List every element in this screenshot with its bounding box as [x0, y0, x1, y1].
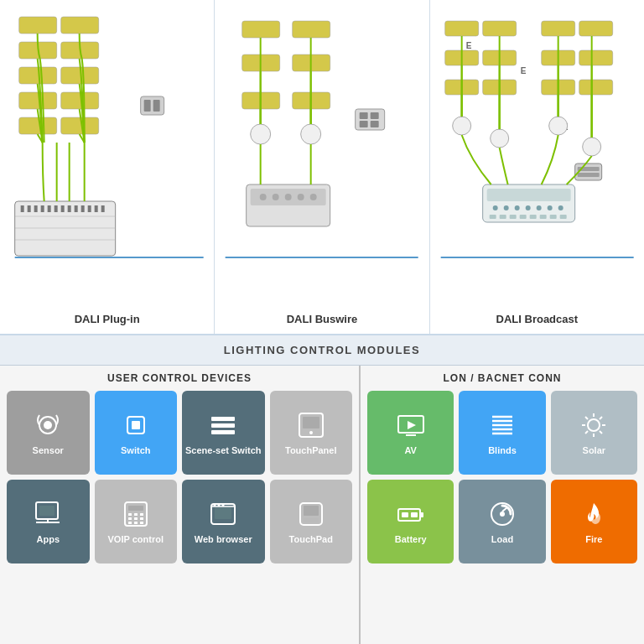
ucd-title: USER CONTROL DEVICES — [7, 372, 352, 384]
touchpad-icon — [296, 499, 326, 529]
fire-tile[interactable]: Fire — [551, 480, 637, 564]
voip-label: VOIP control — [108, 534, 164, 545]
svg-point-106 — [309, 431, 313, 434]
solar-label: Solar — [583, 445, 606, 456]
dali-plugin-label: DALI Plug-in — [75, 313, 140, 325]
svg-rect-58 — [482, 21, 516, 36]
lcm-banner: LIGHTING CONTROL MODULES — [0, 335, 644, 366]
svg-rect-29 — [101, 205, 105, 212]
svg-rect-102 — [211, 423, 235, 428]
svg-point-139 — [588, 419, 600, 431]
battery-icon — [396, 499, 426, 529]
voip-tile[interactable]: VOIP control — [95, 480, 178, 564]
svg-rect-91 — [519, 215, 526, 219]
svg-rect-9 — [61, 117, 99, 134]
switch-label: Switch — [121, 445, 150, 456]
svg-rect-92 — [529, 215, 536, 219]
svg-rect-88 — [489, 215, 496, 219]
svg-rect-123 — [215, 507, 231, 519]
sensor-tile[interactable]: Sensor — [7, 391, 90, 475]
svg-point-126 — [218, 504, 221, 506]
svg-rect-103 — [211, 430, 235, 434]
svg-point-81 — [492, 205, 497, 210]
lon-title: LON / BACNET CONN — [367, 372, 637, 384]
touchpad-label: TouchPad — [289, 534, 333, 545]
svg-rect-1 — [61, 17, 99, 34]
web-browser-tile[interactable]: Web browser — [182, 480, 265, 564]
svg-rect-7 — [61, 92, 99, 109]
fire-label: Fire — [585, 534, 602, 545]
svg-rect-112 — [128, 506, 143, 511]
svg-rect-63 — [541, 21, 574, 36]
lon-section: LON / BACNET CONN AV — [361, 366, 644, 644]
svg-point-69 — [452, 117, 470, 135]
svg-rect-108 — [39, 506, 55, 516]
svg-point-51 — [298, 194, 304, 200]
dali-broadcast-diagram: E E E — [439, 8, 636, 293]
load-label: Load — [491, 534, 513, 545]
svg-text:E: E — [465, 41, 471, 50]
svg-rect-11 — [144, 100, 151, 112]
web-browser-label: Web browser — [195, 534, 252, 545]
dali-buswire-diagram — [223, 8, 420, 293]
svg-line-145 — [600, 431, 602, 434]
svg-rect-31 — [242, 21, 280, 38]
svg-point-153 — [500, 512, 505, 517]
svg-line-144 — [585, 417, 588, 419]
battery-label: Battery — [395, 534, 427, 545]
svg-rect-113 — [128, 513, 132, 516]
svg-rect-22 — [55, 205, 58, 212]
svg-rect-17 — [21, 205, 24, 212]
svg-point-98 — [44, 421, 52, 429]
svg-rect-19 — [34, 205, 38, 212]
dali-broadcast-panel: E E E — [430, 0, 644, 334]
web-browser-icon — [208, 499, 238, 529]
av-tile[interactable]: AV — [367, 391, 454, 475]
svg-point-82 — [503, 205, 508, 210]
touchpad-tile[interactable]: TouchPad — [270, 480, 353, 564]
dali-broadcast-label: DALI Broadcast — [496, 313, 579, 325]
svg-rect-45 — [371, 121, 379, 127]
svg-point-50 — [285, 194, 292, 200]
svg-rect-42 — [360, 112, 368, 119]
sensor-label: Sensor — [33, 445, 64, 456]
svg-rect-95 — [559, 215, 566, 219]
svg-rect-114 — [134, 513, 138, 516]
solar-tile[interactable]: Solar — [551, 391, 637, 475]
svg-rect-100 — [132, 421, 140, 429]
battery-tile[interactable]: Battery — [367, 480, 454, 564]
svg-rect-101 — [211, 417, 235, 421]
svg-rect-68 — [579, 80, 612, 95]
svg-point-84 — [525, 205, 530, 210]
svg-rect-23 — [61, 205, 65, 212]
svg-rect-43 — [371, 112, 379, 119]
touchpanel-tile[interactable]: TouchPanel — [270, 391, 353, 475]
svg-point-85 — [536, 205, 541, 210]
svg-rect-24 — [68, 205, 71, 212]
apps-tile[interactable]: Apps — [7, 480, 90, 564]
scene-set-switch-tile[interactable]: Scene-set Switch — [182, 391, 265, 475]
svg-line-146 — [600, 417, 602, 419]
svg-rect-89 — [499, 215, 506, 219]
svg-rect-151 — [411, 512, 418, 517]
svg-point-48 — [260, 194, 267, 200]
svg-line-154 — [502, 507, 507, 512]
svg-rect-149 — [420, 512, 423, 517]
svg-rect-64 — [579, 21, 612, 36]
av-icon — [396, 410, 426, 440]
lon-grid: AV Blinds — [367, 391, 637, 564]
load-tile[interactable]: Load — [459, 480, 545, 564]
svg-point-87 — [558, 205, 563, 210]
svg-rect-0 — [19, 17, 57, 34]
svg-rect-12 — [153, 100, 160, 112]
svg-rect-27 — [88, 205, 91, 212]
svg-rect-25 — [75, 205, 78, 212]
blinds-label: Blinds — [488, 445, 517, 456]
svg-rect-26 — [81, 205, 85, 212]
svg-rect-44 — [360, 121, 368, 127]
svg-rect-118 — [140, 517, 143, 520]
svg-text:E: E — [520, 66, 526, 75]
switch-tile[interactable]: Switch — [95, 391, 178, 475]
svg-rect-6 — [19, 92, 57, 109]
blinds-tile[interactable]: Blinds — [459, 391, 545, 475]
